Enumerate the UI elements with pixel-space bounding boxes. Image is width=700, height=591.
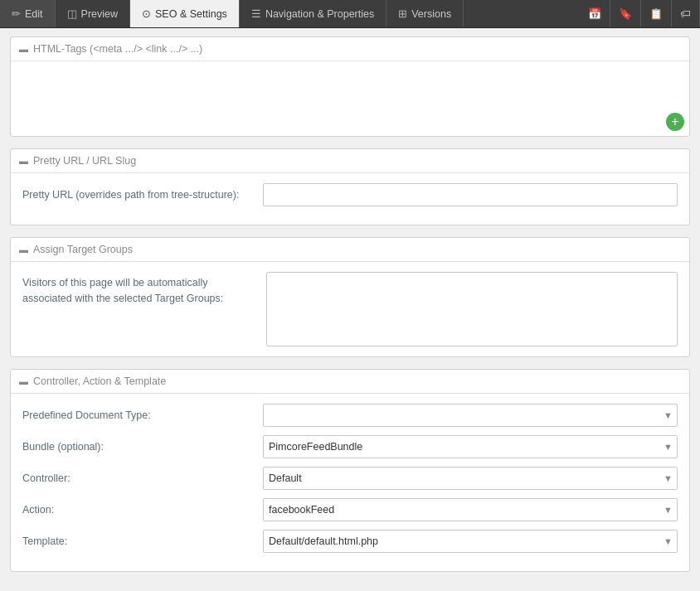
target-groups-body: Visitors of this page will be automatica… (11, 262, 689, 356)
pretty-url-header: ▬ Pretty URL / URL Slug (11, 149, 689, 173)
action-row: Action: facebookFeed ▼ (22, 498, 678, 521)
target-groups-header: ▬ Assign Target Groups (11, 238, 689, 262)
action-select[interactable]: facebookFeed (263, 498, 678, 521)
controller-select[interactable]: Default (263, 467, 678, 490)
seo-icon: ⊙ (142, 7, 151, 20)
tab-clipboard[interactable]: 📋 (641, 0, 672, 27)
tab-versions[interactable]: ⊞ Versions (386, 0, 464, 27)
main-content: ▬ HTML-Tags (<meta .../> <link .../> ...… (0, 28, 700, 591)
add-html-tag-button[interactable]: + (666, 113, 684, 131)
template-row: Template: Default/default.html.php ▼ (22, 530, 678, 553)
controller-collapse-icon[interactable]: ▬ (19, 376, 28, 386)
controller-panel: ▬ Controller, Action & Template Predefin… (10, 369, 690, 572)
html-tags-panel: ▬ HTML-Tags (<meta .../> <link .../> ...… (10, 36, 690, 137)
tab-bar: ✏ Edit ◫ Preview ⊙ SEO & Settings ☰ Navi… (0, 0, 700, 28)
target-groups-area: Visitors of this page will be automatica… (22, 272, 678, 346)
template-select-wrapper: Default/default.html.php ▼ (263, 530, 678, 553)
tab-bookmark[interactable]: 🔖 (610, 0, 641, 27)
pretty-url-body: Pretty URL (overrides path from tree-str… (11, 173, 689, 225)
tab-preview-label: Preview (81, 8, 118, 20)
pretty-url-panel: ▬ Pretty URL / URL Slug Pretty URL (over… (10, 148, 690, 225)
edit-icon: ✏ (12, 7, 21, 20)
bookmark-icon: 🔖 (619, 7, 632, 20)
predefined-row: Predefined Document Type: ▼ (22, 404, 678, 427)
preview-icon: ◫ (67, 7, 77, 20)
controller-row: Controller: Default ▼ (22, 467, 678, 490)
html-tags-header: ▬ HTML-Tags (<meta .../> <link .../> ...… (11, 37, 689, 61)
controller-select-wrapper: Default ▼ (263, 467, 678, 490)
controller-body: Predefined Document Type: ▼ Bundle (opti… (11, 394, 689, 571)
tab-preview[interactable]: ◫ Preview (56, 0, 130, 27)
tab-seo-label: SEO & Settings (155, 8, 227, 20)
bundle-label: Bundle (optional): (22, 441, 263, 453)
versions-icon: ⊞ (398, 7, 407, 20)
predefined-select[interactable] (263, 404, 678, 427)
tab-edit[interactable]: ✏ Edit (0, 0, 56, 27)
predefined-label: Predefined Document Type: (22, 409, 263, 421)
predefined-select-wrapper: ▼ (263, 404, 678, 427)
nav-icon: ☰ (251, 7, 261, 20)
template-select[interactable]: Default/default.html.php (263, 530, 678, 553)
html-tags-title: HTML-Tags (<meta .../> <link .../> ...) (33, 43, 202, 55)
html-tags-collapse-icon[interactable]: ▬ (19, 44, 28, 54)
template-label: Template: (22, 535, 263, 547)
target-groups-collapse-icon[interactable]: ▬ (19, 245, 28, 254)
pretty-url-label: Pretty URL (overrides path from tree-str… (22, 189, 263, 201)
tab-versions-label: Versions (411, 8, 451, 20)
controller-field-label: Controller: (22, 472, 263, 484)
target-groups-panel: ▬ Assign Target Groups Visitors of this … (10, 237, 690, 357)
pretty-url-row: Pretty URL (overrides path from tree-str… (22, 183, 678, 206)
action-select-wrapper: facebookFeed ▼ (263, 498, 678, 521)
calendar-icon: 📅 (588, 7, 601, 20)
tab-calendar[interactable]: 📅 (580, 0, 610, 27)
tab-tag[interactable]: 🏷 (672, 0, 700, 27)
target-groups-box[interactable] (266, 272, 678, 346)
bundle-select-wrapper: PimcoreFeedBundle ▼ (263, 435, 678, 458)
target-groups-title: Assign Target Groups (33, 244, 133, 255)
controller-title: Controller, Action & Template (33, 375, 166, 387)
tab-edit-label: Edit (25, 8, 43, 20)
html-tags-body: + (11, 61, 689, 136)
tab-nav-label: Navigation & Properties (265, 8, 374, 20)
bundle-row: Bundle (optional): PimcoreFeedBundle ▼ (22, 435, 678, 458)
tag-icon: 🏷 (680, 7, 691, 20)
tab-nav[interactable]: ☰ Navigation & Properties (240, 0, 386, 27)
controller-header: ▬ Controller, Action & Template (11, 370, 689, 394)
pretty-url-collapse-icon[interactable]: ▬ (19, 156, 28, 166)
clipboard-icon: 📋 (649, 7, 663, 20)
add-icon: + (671, 115, 678, 128)
bundle-select[interactable]: PimcoreFeedBundle (263, 435, 678, 458)
action-label: Action: (22, 504, 263, 516)
tab-seo[interactable]: ⊙ SEO & Settings (130, 0, 240, 27)
pretty-url-title: Pretty URL / URL Slug (33, 155, 136, 167)
pretty-url-input[interactable] (263, 183, 678, 206)
target-groups-label: Visitors of this page will be automatica… (22, 272, 255, 307)
